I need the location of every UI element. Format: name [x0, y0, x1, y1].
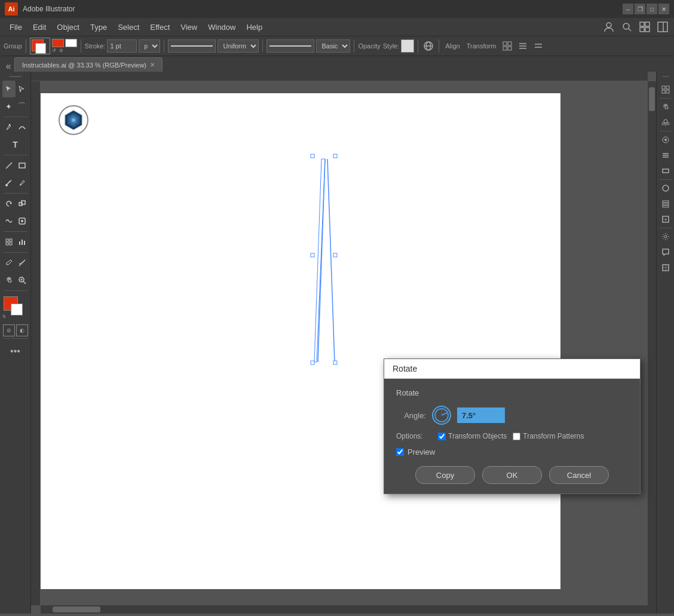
- grid-icon[interactable]: [501, 39, 514, 53]
- menu-effect[interactable]: Effect: [145, 20, 174, 34]
- reshape-tool-button[interactable]: [16, 213, 29, 229]
- vertical-scrollbar[interactable]: [648, 81, 656, 614]
- transform-label[interactable]: Transform: [464, 41, 499, 51]
- menu-window[interactable]: Window: [203, 20, 240, 34]
- measure-tool-button[interactable]: [16, 255, 29, 271]
- horizontal-scroll-thumb[interactable]: [53, 606, 100, 612]
- stroke-value-input[interactable]: [107, 39, 137, 53]
- workspace-icon[interactable]: [638, 20, 651, 33]
- angle-input[interactable]: [457, 407, 505, 423]
- background-color-swatch[interactable]: [11, 304, 23, 315]
- style-line-preview[interactable]: [266, 39, 314, 53]
- curvature-tool-button[interactable]: [16, 119, 29, 136]
- menu-edit[interactable]: Edit: [28, 20, 51, 34]
- star-panel-button[interactable]: [658, 133, 673, 147]
- ok-button[interactable]: OK: [482, 466, 542, 484]
- selection-tool-button[interactable]: [2, 81, 16, 97]
- stroke-unit-select[interactable]: pt: [139, 39, 160, 53]
- transform-objects-checkbox[interactable]: [438, 433, 446, 440]
- close-button[interactable]: ✕: [658, 4, 669, 14]
- brush-tool-button[interactable]: [2, 174, 16, 191]
- horizontal-scrollbar[interactable]: [41, 605, 648, 614]
- transform-patterns-checkbox[interactable]: [513, 433, 520, 440]
- type-tool-button[interactable]: T: [2, 136, 29, 153]
- style-select[interactable]: Basic: [316, 39, 350, 53]
- menu-icon[interactable]: [532, 39, 545, 53]
- panel-icon[interactable]: [656, 20, 669, 33]
- globe-icon[interactable]: [422, 39, 435, 53]
- panel-toggle-icon[interactable]: [516, 39, 529, 53]
- document-tab[interactable]: Instructables.ai @ 33.33 % (RGB/Preview)…: [14, 57, 163, 72]
- menu-file[interactable]: File: [5, 20, 27, 34]
- rpanel-divider-4: [660, 228, 672, 228]
- eyedropper-tool-button[interactable]: [2, 255, 16, 271]
- menu-icon-group: [602, 20, 669, 33]
- tool-divider-2: [4, 155, 27, 155]
- svg-line-41: [23, 281, 26, 284]
- style-swatch[interactable]: [401, 39, 414, 53]
- stroke-style-group: Uniform: [168, 39, 259, 53]
- group-indicator: Group: [4, 42, 22, 50]
- more-tools-button[interactable]: •••: [2, 343, 29, 360]
- settings-panel-button[interactable]: [658, 229, 673, 244]
- lasso-button[interactable]: ⌒: [16, 98, 29, 115]
- stroke-line-preview[interactable]: [168, 39, 216, 53]
- menu-help[interactable]: Help: [241, 20, 267, 34]
- menu-object[interactable]: Object: [52, 20, 84, 34]
- restore-button[interactable]: ❐: [635, 4, 645, 14]
- club-panel-button[interactable]: [658, 115, 673, 130]
- graph-tool-button[interactable]: [16, 234, 29, 250]
- svg-rect-36: [24, 241, 25, 245]
- account-icon[interactable]: [602, 20, 615, 33]
- rect-panel-button[interactable]: [658, 164, 673, 178]
- align-label[interactable]: Align: [443, 41, 462, 51]
- lines-panel-button[interactable]: [658, 148, 673, 163]
- menu-view[interactable]: View: [176, 20, 202, 34]
- svg-point-67: [664, 139, 667, 141]
- maximize-button[interactable]: □: [647, 4, 657, 14]
- menu-type[interactable]: Type: [85, 20, 112, 34]
- layers-panel-button[interactable]: [658, 197, 673, 211]
- comment-panel-button[interactable]: [658, 245, 673, 259]
- none-color-icon[interactable]: ⊘: [3, 324, 15, 336]
- cancel-button[interactable]: Cancel: [549, 466, 609, 484]
- hand-panel-button[interactable]: [658, 100, 673, 114]
- tab-title: Instructables.ai @ 33.33 % (RGB/Preview): [22, 62, 146, 69]
- warp-tool-button[interactable]: [2, 213, 16, 229]
- reset-icon[interactable]: ↺: [52, 48, 58, 54]
- scale-tool-button[interactable]: [16, 195, 29, 212]
- zoom-tool-button[interactable]: [16, 272, 29, 289]
- vertical-scroll-thumb[interactable]: [649, 87, 655, 111]
- copy-button[interactable]: Copy: [415, 466, 475, 484]
- pen-icon: [4, 122, 14, 133]
- collapse-panel-icon[interactable]: «: [2, 61, 14, 72]
- pencil-tool-button[interactable]: [16, 174, 29, 191]
- rect-tool-button[interactable]: [16, 157, 29, 174]
- fill-swatch[interactable]: [30, 38, 50, 54]
- export-panel-button[interactable]: [658, 212, 673, 226]
- fill-color[interactable]: [52, 39, 64, 47]
- magic-wand-button[interactable]: ✦: [2, 98, 16, 115]
- stroke-color[interactable]: [65, 39, 77, 47]
- menu-select[interactable]: Select: [113, 20, 144, 34]
- none-icon[interactable]: ⊘: [59, 48, 65, 54]
- box-panel-button[interactable]: [658, 261, 673, 275]
- warp-shape-pair: [2, 213, 29, 229]
- direct-selection-tool-button[interactable]: [16, 81, 29, 97]
- gradient-icon[interactable]: ◐: [16, 324, 28, 336]
- rotate-tool-button[interactable]: [2, 195, 16, 212]
- stroke-mode-select[interactable]: Uniform: [217, 39, 259, 53]
- symbol-tool-button[interactable]: [2, 234, 16, 250]
- swap-colors-icon[interactable]: ⇅: [2, 314, 8, 320]
- separator-5: [354, 39, 354, 53]
- pen-tool-button[interactable]: [2, 119, 16, 136]
- search-icon[interactable]: [620, 20, 633, 33]
- circle-panel-button[interactable]: [658, 181, 673, 195]
- libraries-button[interactable]: [658, 82, 673, 97]
- minimize-button[interactable]: –: [623, 4, 633, 14]
- hand-tool-button[interactable]: [2, 272, 16, 289]
- artboard[interactable]: [41, 93, 560, 589]
- tab-close-icon[interactable]: ✕: [150, 62, 155, 68]
- preview-checkbox[interactable]: [396, 448, 404, 456]
- line-tool-button[interactable]: [2, 157, 16, 174]
